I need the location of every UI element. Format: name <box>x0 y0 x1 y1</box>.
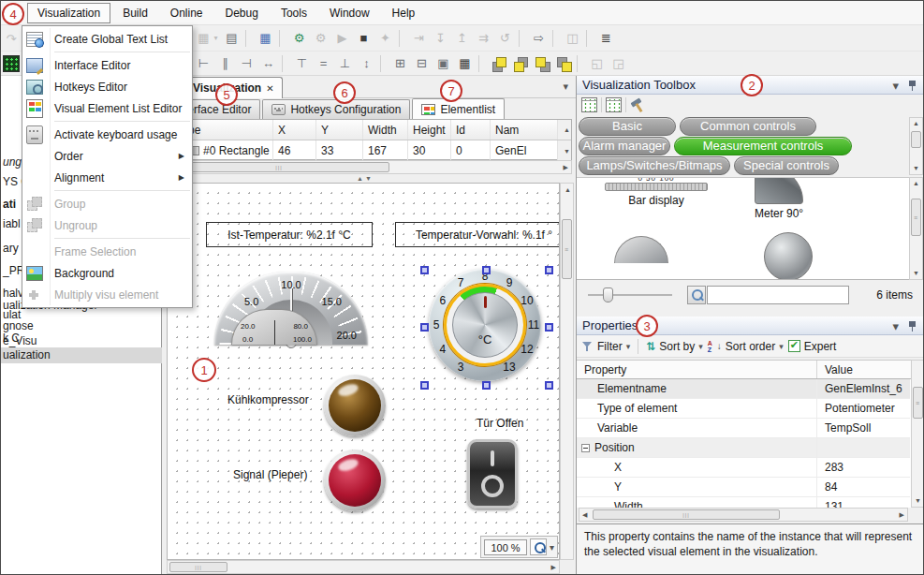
scrollbar-thumb[interactable] <box>169 562 227 572</box>
separator[interactable] <box>552 30 559 47</box>
step-out-icon[interactable]: ↥ <box>452 28 472 48</box>
space-horizontal-icon[interactable]: ↔ <box>258 53 278 73</box>
tree-item[interactable]: gnose <box>3 318 34 334</box>
group-icon[interactable]: ◱ <box>587 53 607 73</box>
sort-by-button[interactable]: Sort by <box>646 340 703 353</box>
selection-handle[interactable] <box>545 381 553 390</box>
separator[interactable] <box>282 55 288 72</box>
separator[interactable] <box>586 30 593 47</box>
menu-visualization[interactable]: Visualization <box>27 3 110 23</box>
close-icon[interactable] <box>266 81 273 95</box>
login-icon[interactable]: ⚙ <box>289 28 309 48</box>
properties-horizontal-scrollbar[interactable] <box>579 508 908 522</box>
scroll-up-icon[interactable] <box>913 180 919 187</box>
toolbox-pin-icon[interactable] <box>908 80 917 91</box>
zoom-slider[interactable] <box>588 286 672 304</box>
label-signal-pieper[interactable]: Signal (Pieper) <box>233 468 307 481</box>
label-kuehlkompressor[interactable]: Kühlkompressor <box>227 393 309 406</box>
start-icon[interactable]: ▶ <box>332 28 352 48</box>
menuitem-create-global-text-list[interactable]: Create Global Text List <box>22 28 192 50</box>
menuitem-alignment[interactable]: Alignment <box>22 167 192 188</box>
properties-vertical-scrollbar[interactable] <box>911 360 924 508</box>
send-backward-icon[interactable] <box>553 53 573 73</box>
size-to-grid-icon[interactable]: ▦ <box>455 53 475 73</box>
column-name[interactable]: Nam <box>491 120 558 140</box>
paste-icon[interactable]: ▤ <box>222 28 242 48</box>
textfield-temperatur-vorwahl[interactable]: Temperatur-Vorwahl: %.1f ° <box>395 222 560 247</box>
menu-build[interactable]: Build <box>112 3 158 23</box>
zoom-level[interactable]: 100 % <box>484 539 527 555</box>
category-basic[interactable]: Basic <box>579 117 676 136</box>
reset-icon[interactable]: ↺ <box>495 28 515 48</box>
canvas-horizontal-scrollbar[interactable] <box>167 560 560 574</box>
device-icon[interactable] <box>3 55 20 72</box>
redo-icon[interactable] <box>3 30 20 47</box>
menuitem-interface-editor[interactable]: Interface Editor <box>22 54 192 76</box>
toolbox-item-meter-90[interactable]: Meter 90° <box>755 177 803 220</box>
center-vertical-icon[interactable]: = <box>314 53 333 73</box>
selection-handle[interactable] <box>482 266 491 274</box>
separator[interactable] <box>519 30 525 47</box>
tree-item[interactable]: iabl <box>3 216 21 232</box>
menu-window[interactable]: Window <box>319 3 380 23</box>
bring-forward-icon[interactable] <box>532 53 551 73</box>
column-height[interactable]: Height <box>408 120 451 140</box>
scroll-down-icon[interactable] <box>915 497 921 505</box>
menuitem-ungroup[interactable]: Ungroup <box>22 214 192 236</box>
scroll-down-icon[interactable] <box>913 270 919 277</box>
center-horizontal-icon[interactable]: ∥ <box>215 53 235 73</box>
toolbox-item-meter[interactable] <box>764 232 813 280</box>
canvas-vertical-scrollbar[interactable] <box>560 183 574 560</box>
toolbox-item-meter-180[interactable] <box>614 236 668 263</box>
align-bottom-icon[interactable]: ⊥ <box>335 53 355 73</box>
same-size-icon[interactable]: ▣ <box>433 53 453 73</box>
label-tuer-offen[interactable]: Tür Offen <box>477 417 523 430</box>
element-table-row[interactable]: #0 Rectangle 46 33 167 30 0 GenEl <box>167 140 571 161</box>
property-elementname[interactable]: Elementname GenElemInst_6 <box>577 379 910 399</box>
column-width[interactable]: Width <box>363 120 408 140</box>
visualization-canvas[interactable]: Ist-Temperatur: %2.1f °C Temperatur-Vorw… <box>167 183 560 560</box>
zoom-icon[interactable] <box>530 538 547 555</box>
slider-thumb[interactable] <box>603 288 613 302</box>
menuitem-visual-element-list-editor[interactable]: Visual Element List Editor <box>22 97 192 119</box>
tree-item[interactable]: ary <box>3 241 19 257</box>
align-left-icon[interactable]: ⊢ <box>194 53 213 73</box>
align-top-icon[interactable]: ⊤ <box>292 53 312 73</box>
property-width[interactable]: Width 131 <box>577 497 910 508</box>
send-to-back-icon[interactable] <box>510 53 530 73</box>
same-width-icon[interactable]: ⊞ <box>390 53 410 73</box>
scroll-right-icon[interactable] <box>900 511 904 519</box>
ungroup-icon[interactable]: ◲ <box>609 53 628 73</box>
property-position-group[interactable]: Position <box>577 438 910 458</box>
force-values-icon[interactable]: ✦ <box>375 28 395 48</box>
insert-grid-icon[interactable]: ▦ <box>194 28 213 48</box>
separator[interactable] <box>245 30 252 47</box>
checkbox-checked-icon[interactable] <box>788 340 800 352</box>
watch-list-icon[interactable]: ≣ <box>596 28 616 48</box>
toolbox-item-bar-display[interactable]: 0 50 100 Bar display <box>605 177 708 207</box>
column-property[interactable]: Property <box>577 363 816 376</box>
scrollbar-thumb[interactable] <box>169 162 389 172</box>
bring-to-front-icon[interactable] <box>489 53 508 73</box>
category-common-controls[interactable]: Common controls <box>680 117 816 136</box>
same-height-icon[interactable]: ⊟ <box>412 53 432 73</box>
menu-debug[interactable]: Debug <box>215 3 269 23</box>
scroll-left-icon[interactable] <box>582 511 587 519</box>
search-icon[interactable] <box>687 286 706 304</box>
step-over-icon[interactable]: ⇥ <box>409 28 429 48</box>
align-right-icon[interactable]: ⊣ <box>237 53 257 73</box>
zoom-dropdown-icon[interactable] <box>550 542 554 553</box>
menu-online[interactable]: Online <box>160 3 213 23</box>
tree-item[interactable]: ati <box>3 197 16 213</box>
selection-handle[interactable] <box>482 381 491 390</box>
scrollbar-thumb[interactable] <box>913 387 923 419</box>
separator[interactable] <box>478 55 485 72</box>
scrollbar-thumb[interactable] <box>562 219 572 279</box>
lamp-red-widget[interactable] <box>324 450 386 511</box>
separator[interactable] <box>399 30 405 47</box>
toolbox-collapse-icon[interactable] <box>892 79 899 93</box>
scrollbar-thumb[interactable] <box>593 509 780 520</box>
run-to-cursor-icon[interactable]: ⇉ <box>474 28 493 48</box>
menu-tools[interactable]: Tools <box>271 3 317 23</box>
scroll-up-icon[interactable] <box>913 120 919 127</box>
